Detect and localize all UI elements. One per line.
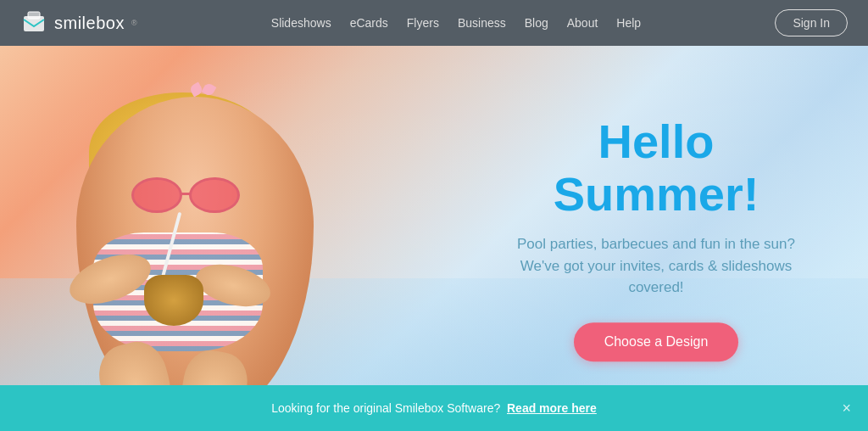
logo[interactable]: smilebox® [20, 9, 137, 36]
nav-item-about[interactable]: About [567, 16, 598, 30]
child-sunglasses [123, 177, 250, 216]
svg-rect-1 [28, 12, 40, 19]
signin-button[interactable]: Sign In [775, 9, 848, 36]
nav-item-ecards[interactable]: eCards [350, 16, 388, 30]
hero-section: Hello Summer! Pool parties, barbecues an… [0, 46, 868, 431]
hero-title: Hello Summer! [495, 115, 817, 220]
logo-text: smilebox [54, 14, 125, 33]
logo-trademark: ® [131, 19, 137, 27]
nav-item-flyers[interactable]: Flyers [407, 16, 439, 30]
cta-button[interactable]: Choose a Design [574, 322, 739, 361]
nav-item-help[interactable]: Help [616, 16, 641, 30]
banner-close-button[interactable]: × [842, 400, 851, 417]
nav-item-blog[interactable]: Blog [525, 16, 548, 30]
bottom-banner: Looking for the original Smilebox Softwa… [0, 385, 868, 431]
child-cup [144, 275, 203, 326]
hero-subtitle: Pool parties, barbecues and fun in the s… [495, 233, 817, 299]
banner-text: Looking for the original Smilebox Softwa… [271, 401, 597, 415]
nav-item-slideshows[interactable]: Slideshows [271, 16, 331, 30]
hero-image [42, 46, 398, 431]
nav-links: Slideshows eCards Flyers Business Blog A… [271, 15, 641, 31]
nav-item-business[interactable]: Business [458, 16, 506, 30]
smilebox-logo-icon [20, 9, 47, 36]
navbar: smilebox® Slideshows eCards Flyers Busin… [0, 0, 868, 46]
banner-link[interactable]: Read more here [507, 401, 597, 415]
hero-text-area: Hello Summer! Pool parties, barbecues an… [495, 115, 817, 361]
